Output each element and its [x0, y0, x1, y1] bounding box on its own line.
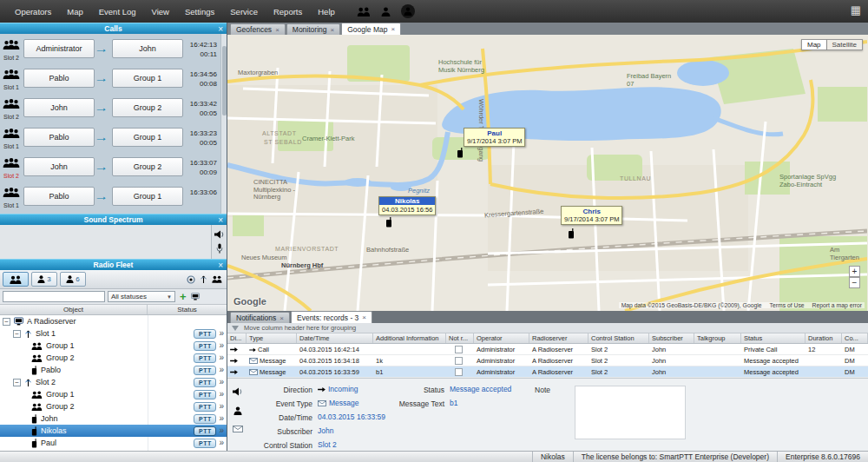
close-icon[interactable]: × [279, 314, 284, 322]
menu-help[interactable]: Help [310, 3, 343, 20]
actions-chevron-icon[interactable]: » [219, 439, 224, 447]
tree-item-talkgroup[interactable]: Group 1 PTT» [0, 388, 227, 400]
map-marker-chris[interactable]: Chris 9/17/2014 3:07 PM [561, 206, 622, 225]
tree-item-subscriber-selected[interactable]: Nikolas PTT» [0, 425, 227, 437]
close-icon[interactable]: × [218, 260, 223, 271]
spectrum-panel-titlebar[interactable]: Sound Spectrum × [0, 214, 227, 225]
microphone-icon[interactable] [216, 243, 223, 254]
column-not-read[interactable]: Not r... [446, 333, 474, 343]
status-filter-select[interactable]: All statuses▼ [108, 291, 175, 302]
ptt-button[interactable]: PTT [194, 426, 216, 436]
collapse-icon[interactable]: − [13, 379, 21, 386]
add-object-button[interactable]: + [178, 291, 188, 302]
tab-events[interactable]: Events: records - 3× [291, 311, 372, 323]
column-status[interactable]: Status [148, 305, 227, 314]
column-additional-info[interactable]: Additional Information [373, 333, 446, 343]
report-map-error-link[interactable]: Report a map error [812, 302, 862, 308]
view-subscribers-button[interactable]: 6 [60, 272, 86, 287]
operators-icon[interactable] [357, 7, 371, 16]
actions-chevron-icon[interactable]: » [219, 390, 224, 399]
control-station-value[interactable]: Slot 2 [318, 440, 337, 449]
grouping-bar[interactable]: Move column header here for grouping [227, 323, 868, 333]
tab-monitoring[interactable]: Monitoring× [286, 23, 340, 35]
ptt-button[interactable]: PTT [194, 366, 216, 375]
call-to-button[interactable]: Group 2 [112, 98, 183, 117]
note-input[interactable] [575, 386, 686, 439]
map-type-map-button[interactable]: Map [801, 39, 827, 50]
call-to-button[interactable]: Group 1 [112, 128, 183, 147]
fleet-panel-titlebar[interactable]: Radio Fleet × [0, 259, 227, 270]
ptt-button[interactable]: PTT [194, 402, 216, 412]
operator-avatar-icon[interactable] [401, 4, 415, 18]
tree-item-radioserver[interactable]: − A Radioserver [0, 315, 227, 327]
actions-chevron-icon[interactable]: » [219, 426, 224, 435]
menu-operators[interactable]: Operators [7, 3, 59, 20]
close-icon[interactable]: × [275, 26, 279, 34]
tree-item-talkgroup[interactable]: Group 1 PTT» [0, 340, 227, 352]
ptt-button[interactable]: PTT [194, 329, 216, 339]
actions-chevron-icon[interactable]: » [219, 402, 224, 411]
ptt-button[interactable]: PTT [194, 390, 216, 399]
subscriber-marker-icon[interactable] [385, 217, 392, 228]
menu-view[interactable]: View [144, 3, 177, 20]
call-to-button[interactable]: Group 1 [112, 69, 183, 88]
calls-scrollbar[interactable] [220, 34, 227, 214]
scrollbar-thumb[interactable] [222, 46, 227, 116]
actions-chevron-icon[interactable]: » [219, 341, 224, 350]
menu-reports[interactable]: Reports [266, 3, 310, 20]
ptt-button[interactable]: PTT [194, 341, 216, 351]
column-type[interactable]: Type [247, 333, 297, 343]
column-talkgroup[interactable]: Talkgroup [694, 333, 741, 343]
menu-map[interactable]: Map [59, 3, 90, 20]
column-subscriber[interactable]: Subscriber [649, 333, 694, 343]
actions-chevron-icon[interactable]: » [219, 414, 224, 423]
call-from-button[interactable]: Pablo [23, 128, 95, 147]
track-location-icon[interactable] [187, 275, 195, 284]
not-read-checkbox[interactable] [455, 357, 463, 365]
tree-item-subscriber[interactable]: Pablo PTT» [0, 364, 227, 376]
subscriber-marker-icon[interactable] [457, 148, 464, 158]
column-duration[interactable]: Duration [806, 333, 842, 343]
ptt-button[interactable]: PTT [194, 353, 216, 363]
collapse-icon[interactable]: − [13, 330, 21, 338]
tab-notifications[interactable]: Notifications× [230, 312, 290, 323]
channel-filter-icon[interactable] [200, 275, 207, 283]
categories-icon[interactable] [212, 275, 222, 283]
map-marker-nikolas[interactable]: Nikolas 04.03.2015 16:56 [378, 196, 436, 215]
ptt-button[interactable]: PTT [194, 439, 216, 448]
column-connect[interactable]: Co... [842, 333, 868, 343]
call-to-button[interactable]: Group 1 [112, 187, 183, 206]
tree-item-subscriber[interactable]: Paul PTT» [0, 437, 227, 449]
object-list-icon[interactable] [191, 293, 200, 300]
window-layout-icon[interactable]: ▦ [851, 4, 861, 16]
tree-item-subscriber[interactable]: John PTT» [0, 412, 227, 425]
map-marker-paul[interactable]: Paul 9/17/2014 3:07 PM [464, 128, 525, 147]
not-read-checkbox[interactable] [455, 346, 463, 353]
google-logo[interactable]: Google [233, 296, 266, 307]
column-object[interactable]: Object [0, 305, 148, 314]
subscriber-marker-icon[interactable] [568, 228, 575, 239]
column-direction[interactable]: Di... [227, 333, 247, 343]
fleet-search-input[interactable] [3, 291, 105, 302]
call-from-button[interactable]: Pablo [23, 69, 95, 88]
call-from-button[interactable]: Pablo [23, 187, 95, 206]
map-canvas[interactable] [227, 35, 867, 311]
menu-service[interactable]: Service [222, 3, 266, 20]
actions-chevron-icon[interactable]: » [219, 378, 224, 386]
collapse-icon[interactable]: − [3, 318, 10, 326]
menu-event-log[interactable]: Event Log [91, 3, 144, 20]
event-row[interactable]: Call 04.03.2015 16:42:14 Administrator A… [227, 344, 868, 355]
event-row-selected[interactable]: Message 04.03.2015 16:33:59 b1 Administr… [227, 366, 868, 378]
subscribers-icon[interactable] [381, 7, 391, 16]
ptt-button[interactable]: PTT [194, 378, 216, 387]
view-talkgroups-button[interactable]: 3 [31, 272, 57, 287]
call-from-button[interactable]: John [23, 157, 95, 176]
column-operator[interactable]: Operator [474, 333, 529, 343]
call-from-button[interactable]: Administrator [23, 39, 95, 58]
tab-google-map[interactable]: Google Map× [341, 23, 401, 35]
close-icon[interactable]: × [330, 26, 334, 34]
calls-panel-titlebar[interactable]: Calls × [0, 23, 227, 34]
zoom-out-button[interactable]: − [849, 277, 860, 288]
subscriber-value[interactable]: John [318, 426, 333, 435]
ptt-button[interactable]: PTT [194, 414, 216, 424]
